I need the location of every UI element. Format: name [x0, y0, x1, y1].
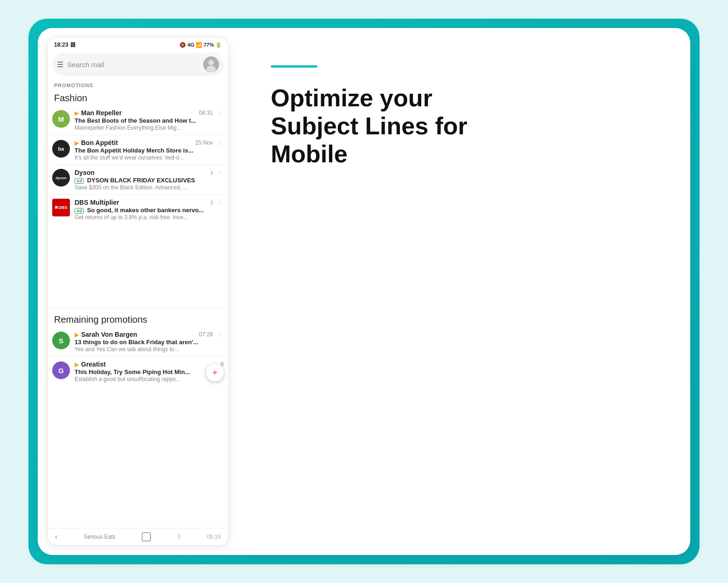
search-bar[interactable]: ☰ Search mail: [52, 53, 224, 76]
email-subject: The Best Boots of the Season and How t..…: [75, 117, 213, 124]
main-headline: Optimize your Subject Lines for Mobile: [271, 84, 513, 168]
email-header-sarah: ▶ Sarah Von Bargen 07:26: [75, 331, 213, 338]
email-content-dyson: Dyson ℹ Ad DYSON BLACK FRIDAY EXCLUSIVES…: [75, 169, 213, 191]
accent-bar: [271, 65, 317, 68]
sender-row-sarah: ▶ Sarah Von Bargen: [75, 331, 137, 338]
phone-mockup: 18:23 🖼 🔕 4G 📶 77% 🔋 ☰ Search mail: [38, 28, 234, 555]
signal-bars: 📶: [196, 42, 202, 48]
info-icon-dyson[interactable]: ℹ: [211, 169, 213, 176]
email-actions-dbs: ☆: [218, 199, 224, 206]
email-content-bon-appetit: ▶ Bon Appétit 25 Nov The Bon Appétit Hol…: [75, 139, 213, 161]
back-label: Serious Eats: [84, 534, 116, 540]
signal-label: 4G: [187, 42, 194, 48]
status-left: 18:23 🖼: [54, 42, 76, 48]
email-content-dbs: DBS Multiplier ℹ Ad So good, it makes ot…: [75, 199, 213, 221]
star-icon-dbs[interactable]: ☆: [218, 199, 224, 206]
section-divider: [48, 308, 228, 309]
email-item-bon-appetit[interactable]: ba ▶ Bon Appétit 25 Nov The Bon Appétit …: [48, 135, 228, 165]
remaining-title: Remaining promotions: [48, 311, 228, 327]
sender-name: Man Repeller: [81, 109, 122, 117]
ad-badge-dbs: Ad: [75, 208, 84, 214]
battery-label: 77%: [204, 42, 214, 48]
email-time-sarah: 07:26: [199, 331, 213, 338]
svg-point-1: [208, 60, 214, 65]
email-preview-greatist: Establish a good but unsuffocating rappo…: [75, 376, 224, 382]
sender-name-dyson: Dyson: [75, 169, 95, 176]
avatar-sarah: S: [52, 332, 70, 349]
email-subject-dyson: Ad DYSON BLACK FRIDAY EXCLUSIVES: [75, 177, 213, 184]
status-right: 🔕 4G 📶 77% 🔋: [179, 42, 222, 48]
bottom-time: 05:16: [207, 534, 221, 540]
star-icon-sarah[interactable]: ☆: [218, 331, 224, 338]
star-icon-dyson[interactable]: ☆: [218, 169, 224, 176]
email-item-man-repeller[interactable]: M ▶ Man Repeller 06:31 The Best Boots of…: [48, 105, 228, 135]
sender-name-sarah: Sarah Von Bargen: [81, 331, 137, 338]
main-card: 18:23 🖼 🔕 4G 📶 77% 🔋 ☰ Search mail: [38, 28, 690, 555]
email-time-ba: 25 Nov: [195, 139, 213, 146]
promotions-label: PROMOTIONS: [48, 81, 228, 89]
email-header-man-repeller: ▶ Man Repeller 06:31: [75, 109, 213, 117]
ad-badge-dyson: Ad: [75, 178, 84, 184]
promo-arrow-icon-ba: ▶: [75, 139, 79, 146]
right-content: Optimize your Subject Lines for Mobile: [234, 28, 690, 555]
avatar-dyson: dyson: [52, 169, 70, 187]
promo-arrow-sarah: ▶: [75, 331, 79, 338]
email-actions-dyson-top: ℹ: [211, 169, 213, 176]
email-actions-ba: ☆: [218, 139, 224, 146]
email-subject-dbs: Ad So good, it makes other bankers nervo…: [75, 207, 213, 214]
email-header-dyson: Dyson ℹ: [75, 169, 213, 176]
info-icon-dbs[interactable]: ℹ: [211, 199, 213, 206]
outer-wrapper: 18:23 🖼 🔕 4G 📶 77% 🔋 ☰ Search mail: [28, 19, 700, 564]
email-content-man-repeller: ▶ Man Repeller 06:31 The Best Boots of t…: [75, 109, 213, 131]
email-subject-sarah: 13 things to do on Black Friday that are…: [75, 339, 213, 346]
star-icon[interactable]: ☆: [218, 109, 224, 117]
sender-name-dbs: DBS Multiplier: [75, 199, 119, 206]
email-preview-dbs: Get returns of up to 3.8% p.a. risk-free…: [75, 214, 213, 221]
avatar-greatist: G: [52, 361, 70, 379]
sender-row-ba: ▶ Bon Appétit: [75, 139, 118, 146]
email-content-greatist: ▶ Greatist 9 This Holiday, Try Some Pipi…: [75, 361, 224, 382]
email-header-greatist: ▶ Greatist 9: [75, 361, 224, 368]
promo-arrow-greatist: ▶: [75, 361, 79, 368]
phone-screen: 18:23 🖼 🔕 4G 📶 77% 🔋 ☰ Search mail: [47, 37, 229, 546]
sender-row: ▶ Man Repeller: [75, 109, 122, 117]
sender-name-greatist: Greatist: [81, 361, 106, 368]
email-preview: Manrepeller Fashion Everything Else Mig.…: [75, 125, 213, 131]
email-subject-ba: The Bon Appétit Holiday Merch Store is..…: [75, 147, 213, 154]
status-bar: 18:23 🖼 🔕 4G 📶 77% 🔋: [48, 38, 228, 50]
avatar-bon-appetit: ba: [52, 140, 70, 158]
email-preview-dyson: Save $300 on the Black Edition. Advanced…: [75, 184, 213, 191]
email-item-greatist[interactable]: G ▶ Greatist 9 This Holiday, Try Some Pi…: [48, 357, 228, 386]
avatar-dbs: ✖DBS: [52, 199, 70, 216]
compose-fab[interactable]: +: [206, 364, 224, 382]
search-placeholder: Search mail: [67, 61, 199, 69]
status-icon: 🖼: [70, 42, 76, 48]
email-actions-sarah: ☆: [218, 331, 224, 338]
email-item-dyson[interactable]: dyson Dyson ℹ Ad DYSON BLACK FRIDAY EXCL…: [48, 165, 228, 195]
fashion-title: Fashion: [48, 89, 228, 105]
email-header-bon-appetit: ▶ Bon Appétit 25 Nov: [75, 139, 213, 146]
mute-icon: 🔕: [179, 42, 186, 48]
promo-arrow-icon: ▶: [75, 110, 79, 117]
sender-name-ba: Bon Appétit: [81, 139, 118, 146]
email-item-sarah[interactable]: S ▶ Sarah Von Bargen 07:26 13 things to …: [48, 327, 228, 357]
bottom-nav: ‹ Serious Eats ⦀ 05:16: [48, 528, 228, 545]
email-item-dbs[interactable]: ✖DBS DBS Multiplier ℹ Ad So good, it mak…: [48, 195, 228, 224]
recents-button[interactable]: ⦀: [178, 533, 181, 541]
email-subject-greatist: This Holiday, Try Some Piping Hot Min...: [75, 368, 224, 375]
star-icon-ba[interactable]: ☆: [218, 139, 224, 146]
battery-icon: 🔋: [215, 42, 222, 48]
email-header-dbs: DBS Multiplier ℹ: [75, 199, 213, 206]
back-icon[interactable]: ‹: [55, 533, 57, 541]
email-actions: ☆: [218, 109, 224, 117]
user-avatar[interactable]: [203, 56, 219, 72]
email-preview-ba: It's all the stuff we'd wear ourselves: …: [75, 154, 213, 161]
home-button[interactable]: [142, 532, 151, 541]
menu-icon[interactable]: ☰: [57, 60, 63, 69]
email-time: 06:31: [199, 110, 213, 116]
email-preview-sarah: Yes and Yes Can we talk about things to.…: [75, 346, 213, 353]
remaining-email-list: S ▶ Sarah Von Bargen 07:26 13 things to …: [48, 327, 228, 528]
avatar-man-repeller: M: [52, 110, 70, 128]
svg-point-2: [206, 66, 216, 72]
sender-row-greatist: ▶ Greatist: [75, 361, 106, 368]
